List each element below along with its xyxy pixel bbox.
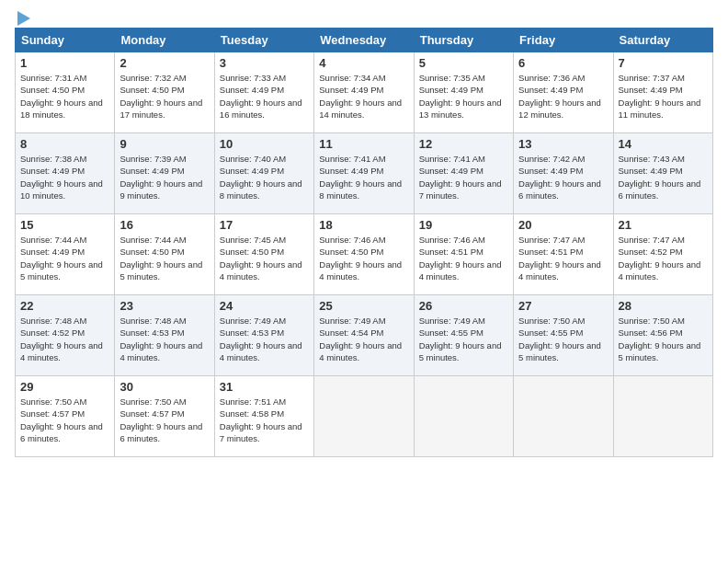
day-info: Sunrise: 7:50 AMSunset: 4:56 PMDaylight:…	[619, 316, 701, 362]
day-info: Sunrise: 7:32 AMSunset: 4:50 PMDaylight:…	[119, 73, 202, 120]
day-info: Sunrise: 7:38 AMSunset: 4:49 PMDaylight:…	[20, 154, 103, 201]
table-row: 21 Sunrise: 7:47 AMSunset: 4:52 PMDaylig…	[613, 214, 712, 295]
logo-triangle-icon	[17, 11, 30, 26]
day-number: 2	[119, 56, 209, 70]
day-number: 17	[220, 218, 309, 232]
day-number: 5	[419, 56, 508, 70]
table-row: 3 Sunrise: 7:33 AMSunset: 4:49 PMDayligh…	[214, 52, 313, 133]
day-info: Sunrise: 7:46 AMSunset: 4:51 PMDaylight:…	[419, 235, 502, 282]
day-number: 4	[319, 56, 408, 70]
day-number: 28	[619, 299, 708, 313]
day-info: Sunrise: 7:37 AMSunset: 4:49 PMDaylight:…	[619, 73, 701, 120]
table-row: 10 Sunrise: 7:40 AMSunset: 4:49 PMDaylig…	[214, 133, 313, 214]
col-friday: Friday	[514, 29, 613, 52]
table-row	[414, 376, 513, 457]
table-row: 17 Sunrise: 7:45 AMSunset: 4:50 PMDaylig…	[214, 214, 313, 295]
table-row: 28 Sunrise: 7:50 AMSunset: 4:56 PMDaylig…	[613, 295, 712, 376]
col-monday: Monday	[115, 29, 214, 52]
day-number: 14	[619, 137, 708, 151]
table-row: 5 Sunrise: 7:35 AMSunset: 4:49 PMDayligh…	[414, 52, 513, 133]
day-number: 13	[518, 137, 608, 151]
day-info: Sunrise: 7:50 AMSunset: 4:55 PMDaylight:…	[518, 316, 601, 362]
day-info: Sunrise: 7:51 AMSunset: 4:58 PMDaylight:…	[220, 396, 302, 443]
day-info: Sunrise: 7:49 AMSunset: 4:53 PMDaylight:…	[220, 316, 302, 362]
table-row: 14 Sunrise: 7:43 AMSunset: 4:49 PMDaylig…	[613, 133, 712, 214]
table-row: 9 Sunrise: 7:39 AMSunset: 4:49 PMDayligh…	[115, 133, 214, 214]
table-row: 22 Sunrise: 7:48 AMSunset: 4:52 PMDaylig…	[16, 295, 115, 376]
calendar-week-row: 15 Sunrise: 7:44 AMSunset: 4:49 PMDaylig…	[16, 214, 713, 295]
calendar-table: Sunday Monday Tuesday Wednesday Thursday…	[15, 28, 713, 457]
day-number: 12	[419, 137, 508, 151]
table-row: 29 Sunrise: 7:50 AMSunset: 4:57 PMDaylig…	[16, 376, 115, 457]
calendar-week-row: 22 Sunrise: 7:48 AMSunset: 4:52 PMDaylig…	[16, 295, 713, 376]
day-info: Sunrise: 7:42 AMSunset: 4:49 PMDaylight:…	[518, 154, 601, 201]
col-tuesday: Tuesday	[214, 29, 313, 52]
table-row: 6 Sunrise: 7:36 AMSunset: 4:49 PMDayligh…	[514, 52, 613, 133]
col-wednesday: Wednesday	[314, 29, 414, 52]
day-info: Sunrise: 7:50 AMSunset: 4:57 PMDaylight:…	[119, 396, 202, 443]
day-number: 3	[220, 56, 309, 70]
table-row: 24 Sunrise: 7:49 AMSunset: 4:53 PMDaylig…	[214, 295, 313, 376]
day-info: Sunrise: 7:41 AMSunset: 4:49 PMDaylight:…	[419, 154, 502, 201]
table-row	[613, 376, 712, 457]
table-row: 13 Sunrise: 7:42 AMSunset: 4:49 PMDaylig…	[514, 133, 613, 214]
day-number: 18	[319, 218, 408, 232]
day-info: Sunrise: 7:41 AMSunset: 4:49 PMDaylight:…	[319, 154, 402, 201]
day-info: Sunrise: 7:49 AMSunset: 4:55 PMDaylight:…	[419, 316, 502, 362]
day-info: Sunrise: 7:31 AMSunset: 4:50 PMDaylight:…	[20, 73, 103, 120]
table-row: 16 Sunrise: 7:44 AMSunset: 4:50 PMDaylig…	[115, 214, 214, 295]
day-info: Sunrise: 7:47 AMSunset: 4:52 PMDaylight:…	[619, 235, 701, 282]
day-number: 11	[319, 137, 408, 151]
day-number: 21	[619, 218, 708, 232]
table-row	[514, 376, 613, 457]
day-number: 29	[20, 380, 109, 394]
table-row: 18 Sunrise: 7:46 AMSunset: 4:50 PMDaylig…	[314, 214, 414, 295]
day-number: 27	[518, 299, 608, 313]
day-info: Sunrise: 7:33 AMSunset: 4:49 PMDaylight:…	[220, 73, 302, 120]
day-number: 25	[319, 299, 408, 313]
table-row: 25 Sunrise: 7:49 AMSunset: 4:54 PMDaylig…	[314, 295, 414, 376]
day-info: Sunrise: 7:35 AMSunset: 4:49 PMDaylight:…	[419, 73, 502, 120]
day-number: 20	[518, 218, 608, 232]
table-row: 15 Sunrise: 7:44 AMSunset: 4:49 PMDaylig…	[16, 214, 115, 295]
table-row: 30 Sunrise: 7:50 AMSunset: 4:57 PMDaylig…	[115, 376, 214, 457]
calendar-week-row: 1 Sunrise: 7:31 AMSunset: 4:50 PMDayligh…	[16, 52, 713, 133]
day-number: 7	[619, 56, 708, 70]
calendar-week-row: 8 Sunrise: 7:38 AMSunset: 4:49 PMDayligh…	[16, 133, 713, 214]
col-saturday: Saturday	[613, 29, 712, 52]
day-number: 24	[220, 299, 309, 313]
table-row: 2 Sunrise: 7:32 AMSunset: 4:50 PMDayligh…	[115, 52, 214, 133]
day-number: 6	[518, 56, 608, 70]
table-row: 19 Sunrise: 7:46 AMSunset: 4:51 PMDaylig…	[414, 214, 513, 295]
table-row: 27 Sunrise: 7:50 AMSunset: 4:55 PMDaylig…	[514, 295, 613, 376]
day-info: Sunrise: 7:47 AMSunset: 4:51 PMDaylight:…	[518, 235, 601, 282]
page-container: Sunday Monday Tuesday Wednesday Thursday…	[0, 0, 728, 563]
day-number: 15	[20, 218, 109, 232]
day-info: Sunrise: 7:49 AMSunset: 4:54 PMDaylight:…	[319, 316, 402, 362]
table-row: 4 Sunrise: 7:34 AMSunset: 4:49 PMDayligh…	[314, 52, 414, 133]
table-row: 1 Sunrise: 7:31 AMSunset: 4:50 PMDayligh…	[16, 52, 115, 133]
table-row: 7 Sunrise: 7:37 AMSunset: 4:49 PMDayligh…	[613, 52, 712, 133]
calendar-header-row: Sunday Monday Tuesday Wednesday Thursday…	[16, 29, 713, 52]
day-info: Sunrise: 7:43 AMSunset: 4:49 PMDaylight:…	[619, 154, 701, 201]
day-info: Sunrise: 7:40 AMSunset: 4:49 PMDaylight:…	[220, 154, 302, 201]
day-info: Sunrise: 7:46 AMSunset: 4:50 PMDaylight:…	[319, 235, 402, 282]
day-info: Sunrise: 7:48 AMSunset: 4:53 PMDaylight:…	[119, 316, 202, 362]
day-number: 31	[220, 380, 309, 394]
day-info: Sunrise: 7:48 AMSunset: 4:52 PMDaylight:…	[20, 316, 103, 362]
day-number: 23	[119, 299, 209, 313]
day-number: 8	[20, 137, 109, 151]
day-info: Sunrise: 7:44 AMSunset: 4:50 PMDaylight:…	[119, 235, 202, 282]
header	[15, 11, 713, 22]
table-row	[314, 376, 414, 457]
table-row: 23 Sunrise: 7:48 AMSunset: 4:53 PMDaylig…	[115, 295, 214, 376]
day-number: 10	[220, 137, 309, 151]
day-info: Sunrise: 7:39 AMSunset: 4:49 PMDaylight:…	[119, 154, 202, 201]
table-row: 26 Sunrise: 7:49 AMSunset: 4:55 PMDaylig…	[414, 295, 513, 376]
table-row: 12 Sunrise: 7:41 AMSunset: 4:49 PMDaylig…	[414, 133, 513, 214]
day-number: 16	[119, 218, 209, 232]
day-number: 30	[119, 380, 209, 394]
table-row: 11 Sunrise: 7:41 AMSunset: 4:49 PMDaylig…	[314, 133, 414, 214]
table-row: 31 Sunrise: 7:51 AMSunset: 4:58 PMDaylig…	[214, 376, 313, 457]
day-number: 26	[419, 299, 508, 313]
